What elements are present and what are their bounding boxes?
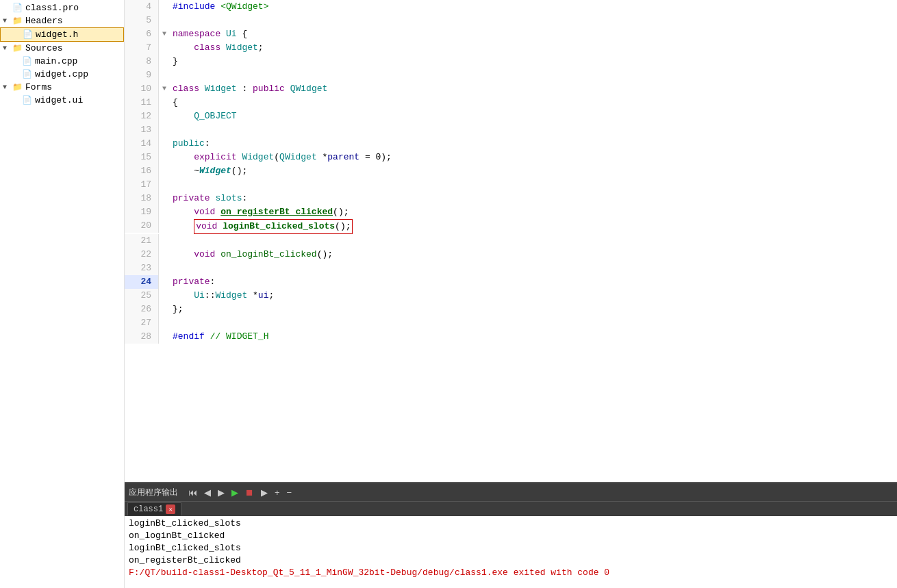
toolbar-btn-next[interactable]: ▶ <box>216 487 227 498</box>
line-code: class Widget : public QWidget <box>170 82 327 96</box>
bottom-toolbar-label: 应用程序输出 <box>129 487 178 498</box>
toolbar-btn-remove[interactable]: − <box>285 487 294 498</box>
line-number: 7 <box>125 41 159 55</box>
code-line-7: 7 class Widget; <box>125 41 897 55</box>
code-line-24: 24 private: <box>125 275 897 289</box>
fold-arrow: ▼ <box>159 82 170 96</box>
line-code: Q_OBJECT <box>170 110 237 123</box>
code-line-28: 28 #endif // WIDGET_H <box>125 330 897 344</box>
sidebar-item-sources[interactable]: ▼ 📁 Sources <box>0 42 124 55</box>
tree-label: Sources <box>25 43 63 53</box>
line-number: 21 <box>125 234 159 248</box>
code-line-20: 20 void loginBt_clicked_slots(); <box>125 219 897 234</box>
toolbar-btn-stop[interactable]: ⏹ <box>243 487 256 498</box>
sidebar-item-widget-ui[interactable]: 📄 widget.ui <box>0 94 124 107</box>
code-line-23: 23 <box>125 261 897 275</box>
line-code: void on_loginBt_clicked(); <box>170 248 333 261</box>
tree-label: widget.cpp <box>35 69 88 79</box>
code-line-10: 10 ▼ class Widget : public QWidget <box>125 82 897 96</box>
code-line-13: 13 <box>125 123 897 137</box>
file-tree: 📄 class1.pro ▼ 📁 Headers 📄 widget.h ▼ 📁 … <box>0 0 125 588</box>
line-number: 24 <box>125 275 159 289</box>
code-line-6: 6 ▼ namespace Ui { <box>125 27 897 41</box>
tree-label: class1.pro <box>25 3 79 13</box>
code-line-27: 27 <box>125 316 897 330</box>
line-code <box>170 234 178 248</box>
bottom-toolbar: 应用程序输出 ⏮ ◀ ▶ ▶ ⏹ ▶ + − <box>125 483 897 501</box>
line-number: 23 <box>125 261 159 275</box>
bottom-panel: 应用程序输出 ⏮ ◀ ▶ ▶ ⏹ ▶ + − class1 ✕ loginBt_… <box>125 482 897 588</box>
tab-close-button[interactable]: ✕ <box>166 504 175 514</box>
line-number: 26 <box>125 303 159 316</box>
code-line-26: 26 }; <box>125 303 897 316</box>
line-code <box>170 14 178 27</box>
tree-label: Headers <box>25 16 63 26</box>
file-icon: 📄 <box>22 95 32 105</box>
line-number: 8 <box>125 55 159 68</box>
line-number: 13 <box>125 123 159 137</box>
toolbar-btn-go-first[interactable]: ⏮ <box>186 487 199 498</box>
code-line-9: 9 <box>125 68 897 82</box>
line-number: 16 <box>125 164 159 178</box>
code-line-22: 22 void on_loginBt_clicked(); <box>125 248 897 261</box>
code-line-19: 19 void on_registerBt_clicked(); <box>125 205 897 219</box>
line-number: 19 <box>125 205 159 219</box>
line-code <box>170 123 178 137</box>
code-line-4: 4 #include <QWidget> <box>125 0 897 14</box>
output-tab-class1[interactable]: class1 ✕ <box>127 502 181 515</box>
line-code: #endif // WIDGET_H <box>170 330 268 344</box>
code-line-14: 14 public: <box>125 137 897 151</box>
line-code: void loginBt_clicked_slots(); <box>170 219 353 234</box>
file-icon: 📄 <box>22 69 32 79</box>
line-code: private slots: <box>170 192 247 205</box>
sidebar-item-headers[interactable]: ▼ 📁 Headers <box>0 14 124 27</box>
line-code: }; <box>170 303 184 316</box>
line-code: void on_registerBt_clicked(); <box>170 205 349 219</box>
line-number: 14 <box>125 137 159 151</box>
sidebar-item-main-cpp[interactable]: 📄 main.cpp <box>0 55 124 68</box>
line-code: namespace Ui { <box>170 27 247 41</box>
code-content[interactable]: 4 #include <QWidget> 5 6 ▼ namespace Ui … <box>125 0 897 482</box>
sidebar-item-class1pro[interactable]: 📄 class1.pro <box>0 1 124 14</box>
line-code: } <box>170 55 178 68</box>
output-line: on_loginBt_clicked <box>129 530 893 542</box>
sidebar-item-widget-cpp[interactable]: 📄 widget.cpp <box>0 68 124 81</box>
line-code: public: <box>170 137 210 151</box>
sidebar-item-forms[interactable]: ▼ 📁 Forms <box>0 81 124 94</box>
line-number: 28 <box>125 330 159 344</box>
line-number: 9 <box>125 68 159 82</box>
toolbar-btn-prev[interactable]: ◀ <box>202 487 213 498</box>
line-number: 17 <box>125 178 159 192</box>
line-code <box>170 316 178 330</box>
line-number: 11 <box>125 96 159 110</box>
code-line-5: 5 <box>125 14 897 27</box>
line-code: class Widget; <box>170 41 264 55</box>
toolbar-btn-run[interactable]: ▶ <box>229 487 240 498</box>
code-line-15: 15 explicit Widget(QWidget *parent = 0); <box>125 151 897 164</box>
toolbar-btn-add[interactable]: + <box>273 487 282 498</box>
line-number: 10 <box>125 82 159 96</box>
line-code: { <box>170 96 178 110</box>
file-icon: 📄 <box>23 29 33 40</box>
bottom-tabs: class1 ✕ <box>125 501 897 516</box>
code-line-16: 16 ~Widget(); <box>125 164 897 178</box>
tree-arrow: ▼ <box>3 44 12 52</box>
tree-label: Forms <box>25 82 52 92</box>
line-number: 12 <box>125 110 159 123</box>
line-number: 6 <box>125 27 159 41</box>
code-line-8: 8 } <box>125 55 897 68</box>
line-number: 5 <box>125 14 159 27</box>
folder-icon: 📁 <box>12 82 23 92</box>
sidebar-item-widget-h[interactable]: 📄 widget.h <box>0 27 124 42</box>
line-number: 15 <box>125 151 159 164</box>
line-code: private: <box>170 275 215 289</box>
code-line-12: 12 Q_OBJECT <box>125 110 897 123</box>
toolbar-btn-step[interactable]: ▶ <box>259 487 270 498</box>
line-code: ~Widget(); <box>170 164 247 178</box>
line-number: 18 <box>125 192 159 205</box>
line-number: 27 <box>125 316 159 330</box>
tree-label: main.cpp <box>35 56 77 66</box>
output-line: on_registerBt_clicked <box>129 554 893 567</box>
output-line-error: F:/QT/build-class1-Desktop_Qt_5_11_1_Min… <box>129 567 893 579</box>
line-number: 25 <box>125 289 159 303</box>
